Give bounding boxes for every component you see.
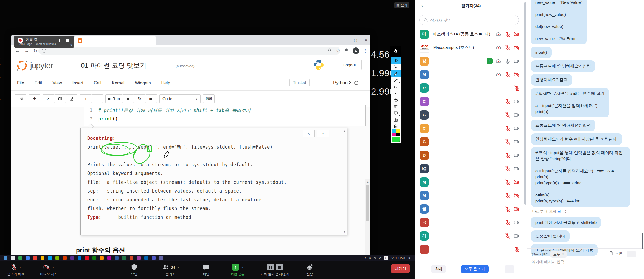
zoom-page-icon[interactable]: [327, 48, 332, 54]
code-cell[interactable]: 1 2 # print()문장 위에 커서를 위치 시키고 shift + ta…: [84, 105, 366, 126]
unmute-button[interactable]: ∧음소거 해제: [2, 263, 30, 277]
mic-muted-icon[interactable]: [505, 31, 511, 37]
mic-icon[interactable]: [505, 58, 511, 64]
restart-kernel-button[interactable]: ↻: [134, 94, 145, 103]
mic-muted-icon[interactable]: [505, 98, 511, 105]
chat-more-button[interactable]: ...: [627, 251, 636, 257]
mic-muted-icon[interactable]: [505, 45, 511, 51]
chat-scrollbar-thumb[interactable]: [642, 233, 643, 249]
video-off-icon[interactable]: [514, 72, 520, 78]
chevron-up-icon[interactable]: ∧: [177, 266, 179, 269]
bookmark-star-icon[interactable]: ☆: [336, 48, 340, 54]
participants-button[interactable]: 34∧참가자: [154, 263, 188, 277]
participants-scrollbar-thumb[interactable]: [524, 2, 526, 205]
eraser-tool-icon[interactable]: [391, 83, 401, 90]
view-layout-button[interactable]: ▦ 보기: [394, 2, 409, 8]
mic-muted-icon[interactable]: [505, 112, 511, 118]
point-tool-icon[interactable]: [391, 90, 401, 97]
recording-controls-button[interactable]: 기록 일시 중지/중지: [254, 263, 296, 277]
leave-meeting-button[interactable]: 나가기: [391, 264, 410, 273]
participant-row[interactable]: [415, 243, 527, 256]
taskbar-app-icon[interactable]: [41, 256, 44, 260]
mute-all-button[interactable]: 모두 음소거: [461, 265, 489, 273]
notification-icon[interactable]: 🗏: [408, 256, 411, 260]
current-color-tool-icon[interactable]: [391, 136, 401, 143]
extension-icon[interactable]: [344, 48, 349, 54]
mic-muted-icon[interactable]: [514, 246, 520, 252]
video-icon[interactable]: [514, 112, 520, 118]
taskbar-app-icon[interactable]: [144, 256, 148, 260]
video-icon[interactable]: [514, 233, 520, 239]
participant-row[interactable]: C: [415, 135, 527, 148]
tray-expand-icon[interactable]: ∧: [364, 256, 367, 260]
chevron-up-icon[interactable]: ∧: [19, 266, 21, 269]
tooltip-scroll-up-icon[interactable]: ▲: [342, 129, 347, 133]
tooltip-scroll-down-icon[interactable]: ▼: [342, 230, 347, 233]
video-icon[interactable]: [514, 219, 520, 226]
paste-cells-button[interactable]: [66, 94, 77, 103]
taskbar-app-icon[interactable]: [18, 256, 22, 260]
jupyter-logo[interactable]: jupyter: [16, 60, 53, 72]
participants-more-button[interactable]: ...: [505, 265, 514, 273]
share-screen-button[interactable]: ↑∧화면 공유: [221, 263, 255, 277]
run-button[interactable]: ▶Run: [105, 94, 122, 103]
clipboard-tool-icon[interactable]: [391, 123, 401, 129]
video-icon[interactable]: [514, 98, 520, 105]
tray-volume-icon[interactable]: 🕪: [369, 256, 371, 260]
url-field[interactable]: i: [38, 47, 340, 55]
participant-row[interactable]: C: [415, 122, 527, 135]
window-maximize-button[interactable]: ▢: [354, 38, 357, 42]
annotation-pen-nib-icon[interactable]: [390, 46, 401, 57]
taskbar-app-icon[interactable]: [63, 256, 67, 260]
invite-button[interactable]: 초대: [431, 265, 446, 273]
tooltip-expand-button[interactable]: ∧: [303, 130, 315, 137]
menu-kernel[interactable]: Kernel: [112, 81, 124, 86]
add-cell-button[interactable]: +: [29, 94, 40, 103]
video-off-icon[interactable]: [514, 31, 520, 37]
taskbar-app-icon[interactable]: [115, 256, 119, 260]
reload-icon[interactable]: ↻: [33, 48, 37, 54]
video-off-icon[interactable]: [514, 179, 520, 185]
participant-search-box[interactable]: [419, 15, 519, 25]
chevron-up-icon[interactable]: ∧: [241, 266, 243, 269]
mic-muted-icon[interactable]: [505, 233, 511, 239]
taskbar-app-icon[interactable]: [70, 256, 74, 260]
menu-cell[interactable]: Cell: [94, 81, 102, 86]
profile-avatar[interactable]: [353, 47, 359, 54]
participant-row[interactable]: D: [415, 148, 527, 162]
menu-insert[interactable]: Insert: [72, 81, 83, 86]
participant-row[interactable]: C: [415, 108, 527, 122]
mic-muted-icon[interactable]: [505, 139, 511, 145]
site-info-icon[interactable]: i: [42, 49, 46, 53]
participant-row[interactable]: M: [415, 68, 527, 81]
menu-file[interactable]: File: [17, 81, 24, 86]
participant-row[interactable]: MASOCAMPUSActionable ContentMasocampus (…: [415, 41, 527, 54]
mic-muted-icon[interactable]: [505, 125, 511, 131]
security-button[interactable]: 보안: [119, 263, 149, 277]
start-video-button[interactable]: ∧비디오 시작: [32, 263, 65, 277]
window-minimize-button[interactable]: ─: [344, 38, 347, 42]
taskbar-app-icon[interactable]: [152, 256, 156, 260]
video-icon[interactable]: [514, 139, 520, 145]
chat-message-input[interactable]: [531, 260, 636, 264]
back-icon[interactable]: ←: [15, 48, 20, 53]
mic-muted-icon[interactable]: [505, 152, 511, 158]
taskbar-app-icon[interactable]: [33, 256, 37, 260]
menu-widgets[interactable]: Widgets: [135, 81, 151, 86]
save-button[interactable]: [15, 94, 26, 103]
taskbar-app-icon[interactable]: [26, 256, 30, 260]
recording-pause-button[interactable]: [57, 37, 63, 43]
video-off-icon[interactable]: [514, 206, 520, 212]
restart-run-all-button[interactable]: ▶▶: [145, 94, 157, 103]
taskbar-app-icon[interactable]: [107, 256, 111, 260]
tooltip-close-button[interactable]: ✕: [317, 130, 329, 137]
menu-help[interactable]: Help: [161, 81, 170, 86]
participant-search-input[interactable]: [430, 18, 507, 22]
chevron-up-icon[interactable]: ∧: [52, 266, 54, 269]
reactions-button[interactable]: 반응: [295, 263, 325, 277]
ime-korean-badge[interactable]: 한: [384, 256, 388, 260]
chevron-down-icon[interactable]: ∨: [421, 4, 424, 8]
undo-tool-icon[interactable]: [391, 97, 401, 103]
video-icon[interactable]: [514, 125, 520, 131]
scrollbar-thumb[interactable]: [366, 185, 369, 221]
